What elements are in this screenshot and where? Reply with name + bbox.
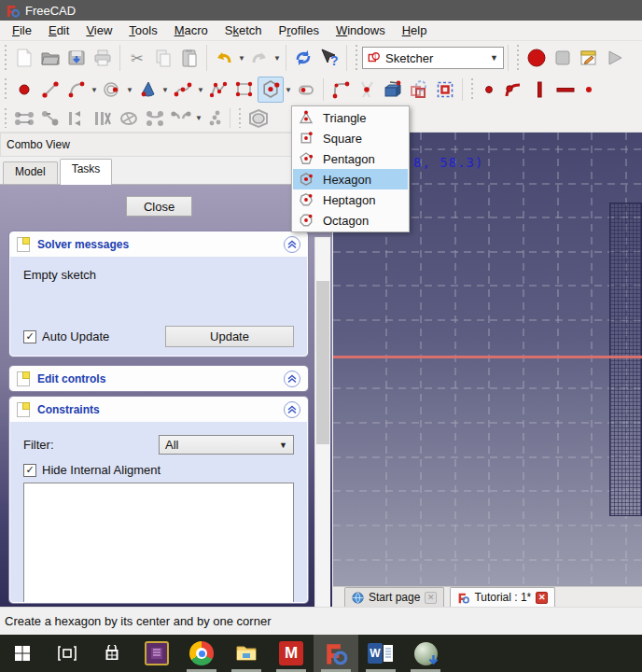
app-m-button[interactable]: M <box>269 635 314 672</box>
redo-dropdown-arrow[interactable]: ▼ <box>272 54 282 63</box>
create-bspline-button[interactable] <box>170 77 196 103</box>
chrome-button[interactable] <box>179 635 224 672</box>
save-button[interactable] <box>63 45 90 71</box>
arc-dropdown-arrow[interactable]: ▼ <box>90 86 99 94</box>
workbench-selector[interactable]: Sketcher ▼ <box>362 47 504 69</box>
toolbar-grip[interactable] <box>468 78 476 101</box>
redo-button[interactable] <box>246 45 272 71</box>
constraints-header[interactable]: Constraints <box>10 398 307 422</box>
menu-help[interactable]: Help <box>394 21 436 39</box>
constraints-list[interactable] <box>23 483 294 603</box>
file-explorer-button[interactable] <box>224 635 269 672</box>
menu-item-pentagon[interactable]: Pentagon <box>293 148 408 169</box>
toolbar-grip[interactable] <box>2 78 9 101</box>
menu-profiles[interactable]: Profiles <box>271 21 328 39</box>
constraint-vertical-button[interactable] <box>526 77 552 103</box>
polygon-dropdown-arrow[interactable]: ▼ <box>284 86 293 94</box>
store-button[interactable] <box>90 635 134 672</box>
bspline-dropdown-arrow[interactable]: ▼ <box>196 86 205 94</box>
create-point-button[interactable] <box>11 77 37 103</box>
toolbar-grip[interactable] <box>236 108 244 128</box>
tab-tasks[interactable]: Tasks <box>60 159 113 185</box>
filter-dropdown[interactable]: All ▼ <box>159 435 294 455</box>
create-polygon-button[interactable] <box>258 77 284 103</box>
circle-dropdown-arrow[interactable]: ▼ <box>125 86 134 94</box>
menu-item-hexagon[interactable]: Hexagon <box>293 169 408 189</box>
hide-internal-alignment-checkbox[interactable]: ✓ <box>23 464 36 477</box>
bspline-polygon-button[interactable] <box>37 105 63 132</box>
create-conic-button[interactable] <box>134 77 160 103</box>
undo-button[interactable] <box>211 45 237 71</box>
word-button[interactable]: W <box>358 635 403 672</box>
macro-execute-button[interactable] <box>602 45 628 71</box>
toolbar-grip[interactable] <box>353 45 360 71</box>
menu-item-heptagon[interactable]: Heptagon <box>293 189 408 210</box>
start-button[interactable] <box>0 635 45 672</box>
app-purple-button[interactable] <box>134 635 179 672</box>
bspline-knot-multiplicity-button[interactable] <box>90 105 116 132</box>
constraint-horizontal-button[interactable] <box>552 77 579 103</box>
menu-item-square[interactable]: Square <box>293 128 408 148</box>
tab-model[interactable]: Model <box>3 161 58 184</box>
copy-button[interactable] <box>150 45 176 71</box>
carbon-copy-button[interactable] <box>406 77 432 103</box>
macro-edit-button[interactable] <box>576 45 602 71</box>
conic-dropdown-arrow[interactable]: ▼ <box>160 86 170 94</box>
macro-stop-button[interactable] <box>550 45 576 71</box>
solver-messages-header[interactable]: Solver messages <box>10 232 307 257</box>
macro-record-button[interactable] <box>523 45 550 71</box>
close-tab-icon[interactable]: ✕ <box>425 592 437 604</box>
toolbar-grip[interactable] <box>514 45 522 71</box>
create-arc-button[interactable] <box>63 77 90 103</box>
new-file-button[interactable] <box>11 45 37 71</box>
collapse-button[interactable] <box>284 236 300 253</box>
create-line-button[interactable] <box>37 77 63 103</box>
installer-sphere-button[interactable] <box>403 635 448 672</box>
menu-edit[interactable]: Edit <box>40 21 77 39</box>
menu-macro[interactable]: Macro <box>166 21 216 39</box>
freecad-taskbar-button[interactable] <box>314 635 358 672</box>
bspline-poles-button[interactable] <box>203 107 226 130</box>
scrollbar-thumb[interactable] <box>316 281 329 444</box>
close-button[interactable]: Close <box>126 196 192 217</box>
edit-controls-header[interactable]: Edit controls <box>10 367 307 391</box>
create-slot-button[interactable] <box>293 77 319 103</box>
task-view-button[interactable] <box>45 635 90 672</box>
bspline-comb-button[interactable] <box>63 105 90 132</box>
whats-this-button[interactable]: ? <box>316 45 342 71</box>
collapse-button[interactable] <box>284 371 300 387</box>
cut-button[interactable]: ✂ <box>124 45 150 71</box>
open-file-button[interactable] <box>37 45 63 71</box>
constraint-point-on-object-button[interactable] <box>500 77 526 103</box>
bspline-pole-weight-button[interactable] <box>116 105 142 132</box>
toolbar-grip[interactable] <box>2 108 9 128</box>
undo-dropdown-arrow[interactable]: ▼ <box>237 54 246 63</box>
toggle-construction-button[interactable] <box>432 77 458 103</box>
menu-file[interactable]: File <box>4 21 40 39</box>
create-polyline-button[interactable] <box>205 77 231 103</box>
menu-tools[interactable]: Tools <box>120 21 165 39</box>
paste-button[interactable] <box>176 45 202 71</box>
auto-update-checkbox[interactable]: ✓ <box>23 330 36 343</box>
create-circle-button[interactable] <box>99 77 125 103</box>
fillet-button[interactable] <box>328 77 354 103</box>
tab-start-page[interactable]: Start page ✕ <box>344 587 444 607</box>
toolbar-grip[interactable] <box>2 45 9 71</box>
external-geometry-button[interactable] <box>380 77 406 103</box>
menu-item-octagon[interactable]: Octagon <box>293 210 408 231</box>
refresh-button[interactable] <box>290 45 316 71</box>
internal-geometry-button[interactable] <box>245 105 272 132</box>
constraint-parallel-button[interactable] <box>579 78 601 101</box>
update-button[interactable]: Update <box>165 326 294 347</box>
tab-tutorial[interactable]: Tutorial : 1* ✕ <box>450 587 555 607</box>
create-rectangle-button[interactable] <box>231 77 258 103</box>
bspline-degree-button[interactable] <box>11 105 37 132</box>
bspline-tools-dropdown-arrow[interactable]: ▼ <box>194 114 203 122</box>
collapse-button[interactable] <box>284 401 300 418</box>
menu-sketch[interactable]: Sketch <box>216 21 271 39</box>
menu-view[interactable]: View <box>77 21 120 39</box>
menu-item-triangle[interactable]: Triangle <box>293 107 408 128</box>
print-button[interactable] <box>90 45 116 71</box>
close-tab-icon[interactable]: ✕ <box>536 592 548 604</box>
join-curves-button[interactable] <box>168 105 194 132</box>
